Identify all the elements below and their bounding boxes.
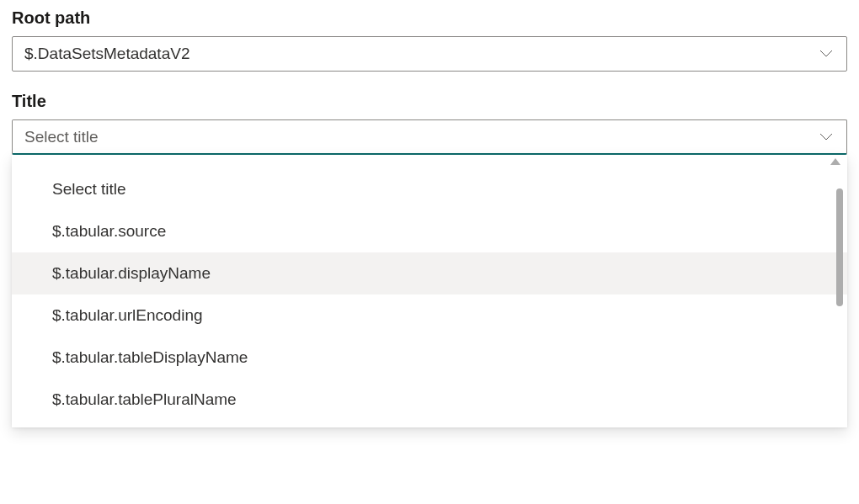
- title-label: Title: [12, 92, 847, 111]
- scroll-up-indicator[interactable]: [12, 155, 847, 168]
- title-field: Title Select title Select title $.tabula…: [12, 92, 847, 155]
- title-dropdown-listbox: Select title $.tabular.source $.tabular.…: [12, 155, 847, 427]
- title-option-tabular-tabledisplayname[interactable]: $.tabular.tableDisplayName: [12, 337, 847, 379]
- root-path-field: Root path $.DataSetsMetadataV2: [12, 8, 847, 72]
- title-placeholder: Select title: [24, 128, 99, 146]
- title-option-tabular-urlencoding[interactable]: $.tabular.urlEncoding: [12, 294, 847, 337]
- root-path-value: $.DataSetsMetadataV2: [24, 45, 189, 63]
- root-path-label: Root path: [12, 8, 847, 28]
- chevron-down-icon: [818, 129, 835, 146]
- title-option-select-title[interactable]: Select title: [12, 168, 847, 210]
- root-path-dropdown[interactable]: $.DataSetsMetadataV2: [12, 36, 847, 72]
- title-option-tabular-tablepluralname[interactable]: $.tabular.tablePluralName: [12, 379, 847, 421]
- title-dropdown-wrapper: Select title Select title $.tabular.sour…: [12, 119, 847, 155]
- chevron-down-icon: [818, 45, 835, 62]
- scrollbar-thumb[interactable]: [836, 188, 843, 306]
- title-options-container: Select title $.tabular.source $.tabular.…: [12, 168, 847, 421]
- title-option-tabular-displayname[interactable]: $.tabular.displayName: [12, 252, 847, 294]
- title-option-tabular-source[interactable]: $.tabular.source: [12, 210, 847, 252]
- title-dropdown[interactable]: Select title: [12, 119, 847, 155]
- root-path-dropdown-wrapper: $.DataSetsMetadataV2: [12, 36, 847, 72]
- svg-marker-0: [830, 158, 840, 165]
